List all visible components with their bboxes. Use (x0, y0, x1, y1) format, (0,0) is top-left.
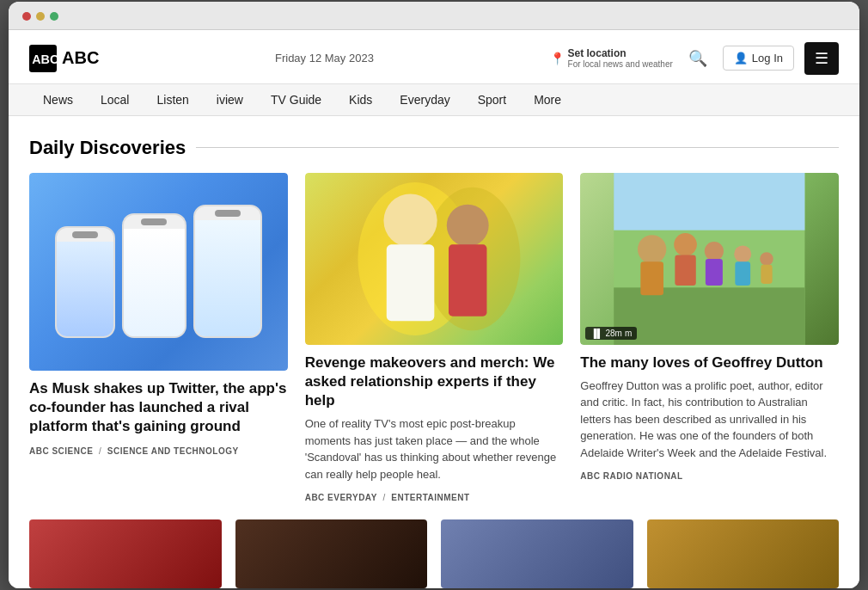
header-top: ABC ABC Friday 12 May 2023 📍 Set locatio… (29, 30, 839, 83)
nav-item-local[interactable]: Local (87, 84, 143, 115)
article-revenge-source: ABC EVERYDAY (305, 493, 377, 502)
phone-notch-1 (72, 231, 98, 238)
bottom-placeholder-4 (647, 519, 840, 588)
article-twitter-category: SCIENCE AND TECHNOLOGY (107, 446, 239, 456)
phone-notch-2 (141, 218, 167, 225)
article-revenge-body: One of reality TV's most epic post-break… (305, 415, 564, 482)
location-pin-icon: 📍 (550, 52, 565, 65)
svg-rect-9 (614, 173, 805, 230)
revenge-image-svg (305, 173, 564, 345)
nav-link-tvguide[interactable]: TV Guide (257, 84, 335, 115)
svg-rect-14 (675, 255, 696, 286)
article-twitter-headline: As Musk shakes up Twitter, the app's co-… (29, 379, 288, 436)
article-geoffrey-headline: The many loves of Geoffrey Dutton (580, 353, 839, 372)
location-button[interactable]: 📍 Set location For local news and weathe… (550, 47, 673, 69)
search-icon: 🔍 (688, 50, 707, 67)
nav-item-sport[interactable]: Sport (464, 84, 520, 115)
abc-logo-icon: ABC (29, 45, 57, 72)
bottom-placeholder-2 (235, 519, 428, 588)
section-title: Daily Discoveries (29, 137, 839, 159)
nav-link-kids[interactable]: Kids (335, 84, 386, 115)
login-label: Log In (752, 52, 783, 65)
nav-item-more[interactable]: More (520, 84, 575, 115)
browser-window: ABC ABC Friday 12 May 2023 📍 Set locatio… (9, 2, 859, 588)
nav-item-news[interactable]: News (29, 84, 87, 115)
header-date: Friday 12 May 2023 (275, 52, 374, 65)
phone-notch-3 (215, 210, 241, 217)
geoffrey-image-svg (580, 173, 839, 345)
svg-point-19 (761, 252, 774, 266)
article-geoffrey-body: Geoffrey Dutton was a prolific poet, aut… (580, 378, 839, 462)
bottom-article-2[interactable] (235, 519, 428, 588)
search-button[interactable]: 🔍 (683, 44, 712, 73)
svg-rect-18 (736, 261, 751, 286)
svg-text:ABC: ABC (32, 52, 57, 66)
phone-2 (122, 213, 186, 338)
site-nav: News Local Listen iview TV Guide Kids Ev… (9, 84, 859, 116)
menu-button[interactable]: ☰ (804, 42, 839, 75)
location-title: Set location (568, 47, 627, 59)
location-text: Set location For local news and weather (568, 47, 673, 69)
bottom-article-4[interactable] (647, 519, 840, 588)
article-twitter-source: ABC SCIENCE (29, 446, 93, 456)
login-button[interactable]: 👤 Log In (723, 46, 794, 71)
svg-rect-5 (386, 244, 434, 321)
audio-icon: ▐▌ (590, 329, 602, 338)
phone-screen-2 (124, 229, 185, 336)
article-revenge-placeholder (305, 173, 564, 345)
nav-link-iview[interactable]: iview (203, 84, 257, 115)
browser-chrome (9, 2, 859, 30)
hamburger-icon: ☰ (815, 50, 828, 67)
bottom-article-3[interactable] (441, 519, 633, 588)
nav-item-kids[interactable]: Kids (335, 84, 386, 115)
user-icon: 👤 (734, 52, 748, 65)
nav-item-listen[interactable]: Listen (143, 84, 202, 115)
nav-link-everyday[interactable]: Everyday (386, 84, 463, 115)
article-twitter[interactable]: As Musk shakes up Twitter, the app's co-… (29, 173, 288, 502)
svg-rect-16 (706, 259, 723, 286)
svg-rect-12 (641, 261, 664, 295)
duration-badge: ▐▌ 28mm (585, 327, 637, 340)
article-geoffrey-placeholder: ▐▌ 28mm (580, 173, 839, 345)
nav-link-more[interactable]: More (520, 84, 575, 115)
phone-mockup (46, 196, 271, 347)
nav-link-news[interactable]: News (29, 84, 87, 115)
article-geoffrey-meta: ABC RADIO NATIONAL (580, 471, 839, 481)
article-revenge-category: ENTERTAINMENT (391, 493, 469, 502)
svg-rect-7 (449, 244, 486, 316)
dot-green[interactable] (50, 12, 58, 21)
abc-logo[interactable]: ABC ABC (29, 45, 99, 72)
dot-red[interactable] (22, 12, 31, 21)
article-revenge[interactable]: Revenge makeovers and merch: We asked re… (305, 173, 564, 502)
nav-item-tvguide[interactable]: TV Guide (257, 84, 335, 115)
nav-item-everyday[interactable]: Everyday (386, 84, 463, 115)
nav-list: News Local Listen iview TV Guide Kids Ev… (29, 84, 839, 115)
location-subtitle: For local news and weather (568, 59, 673, 69)
bottom-row (29, 519, 839, 588)
phone-1 (55, 226, 115, 338)
nav-link-local[interactable]: Local (87, 84, 143, 115)
phone-screen-3 (195, 220, 260, 336)
bottom-placeholder-1 (29, 519, 222, 588)
dot-yellow[interactable] (36, 12, 45, 21)
nav-link-sport[interactable]: Sport (464, 84, 520, 115)
svg-rect-20 (761, 265, 773, 284)
article-geoffrey-image: ▐▌ 28mm (580, 173, 839, 345)
svg-point-15 (705, 242, 724, 261)
article-geoffrey-source: ABC RADIO NATIONAL (580, 471, 682, 481)
article-twitter-placeholder (29, 173, 288, 371)
svg-point-17 (735, 245, 752, 262)
phone-screen-1 (57, 242, 113, 336)
svg-point-4 (383, 194, 437, 247)
nav-link-listen[interactable]: Listen (143, 84, 202, 115)
bottom-article-1[interactable] (29, 519, 222, 588)
nav-item-iview[interactable]: iview (203, 84, 257, 115)
logo-text: ABC (62, 48, 99, 68)
bottom-placeholder-3 (441, 519, 633, 588)
svg-rect-10 (614, 287, 805, 345)
article-revenge-image (305, 173, 564, 345)
browser-dots (22, 12, 846, 21)
phone-3 (193, 205, 262, 338)
article-geoffrey[interactable]: ▐▌ 28mm The many loves of Geoffrey Dutto… (580, 173, 839, 502)
article-revenge-meta: ABC EVERYDAY / ENTERTAINMENT (305, 493, 564, 502)
